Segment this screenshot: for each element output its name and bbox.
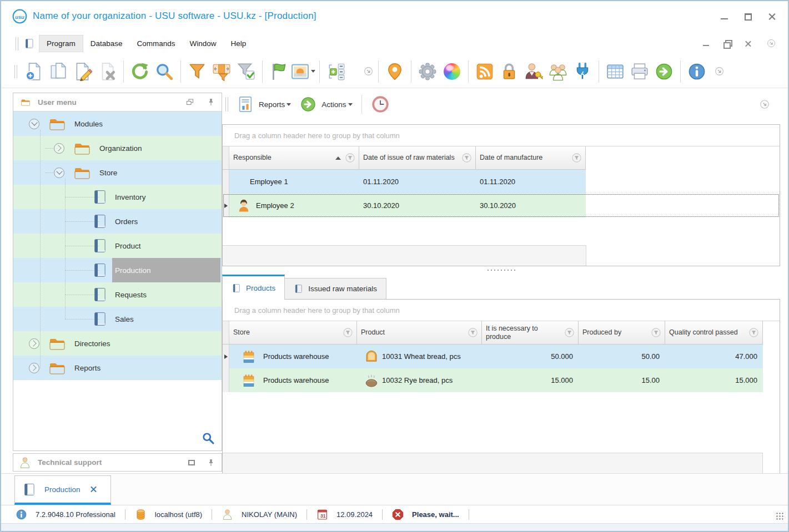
pin-icon[interactable] (206, 458, 216, 467)
scheduler-button[interactable] (366, 93, 399, 116)
flag-button[interactable] (267, 59, 291, 84)
table-row[interactable]: Products warehouse 10032 Rye bread, pcs … (223, 368, 780, 392)
menu-commands[interactable]: Commands (130, 36, 183, 52)
sidebar-item-sales[interactable]: Sales (13, 307, 222, 331)
cell-necessary[interactable]: 15.000 (482, 368, 579, 392)
sidebar-item-orders[interactable]: Orders (13, 209, 222, 234)
column-header-product[interactable]: Product (357, 321, 482, 344)
cell-quality[interactable]: 47.000 (665, 344, 763, 368)
image-dropdown-caret[interactable] (311, 70, 315, 73)
table-export-button[interactable] (603, 59, 627, 84)
cell-product[interactable]: 10032 Rye bread, pcs (357, 368, 482, 392)
edit-record-button[interactable] (71, 59, 95, 84)
maximize-panel-icon[interactable] (188, 460, 195, 465)
column-header-produced-by[interactable]: Produced by (579, 321, 665, 344)
sidebar-item-requests[interactable]: Requests (13, 282, 222, 307)
column-header-necessary-to-produce[interactable]: It is necessary to produce (482, 321, 579, 344)
grid1-group-panel[interactable]: Drag a column header here to group by th… (223, 125, 780, 146)
column-filter-icon[interactable] (651, 328, 661, 337)
cell-date-of-issue[interactable]: 30.10.2020 (359, 194, 476, 217)
cell-date-of-manufacture[interactable]: 01.11.2020 (476, 170, 586, 194)
plugin-button[interactable] (570, 59, 595, 84)
sidebar-item-store[interactable]: Store (13, 160, 222, 185)
column-filter-icon[interactable] (572, 153, 581, 163)
window-close-button[interactable] (768, 13, 776, 21)
document-tab-production[interactable]: Production (14, 475, 111, 505)
sidebar-item-modules[interactable]: Modules (13, 112, 222, 136)
column-filter-icon[interactable] (343, 328, 353, 337)
column-filter-icon[interactable] (462, 153, 471, 163)
filter-settings-button[interactable] (209, 59, 234, 84)
column-filter-icon[interactable] (345, 153, 355, 163)
print-button[interactable] (627, 59, 652, 84)
rss-button[interactable] (473, 59, 497, 84)
column-header-date-of-manufacture[interactable]: Date of manufacture (476, 146, 586, 170)
refresh-button[interactable] (128, 59, 152, 84)
search-button[interactable] (152, 59, 177, 84)
map-pin-button[interactable] (383, 59, 407, 84)
cell-produced-by[interactable]: 50.00 (579, 344, 665, 368)
go-next-button[interactable] (652, 59, 676, 84)
sidebar-item-inventory[interactable]: Inventory (13, 185, 222, 209)
technical-support-panel[interactable]: Technical support (13, 453, 222, 472)
color-theme-button[interactable] (440, 59, 464, 84)
filter-check-button[interactable] (234, 59, 258, 84)
table-row-selected[interactable]: Employee 2 30.10.2020 30.10.2020 (223, 194, 780, 217)
pin-icon[interactable] (206, 98, 216, 107)
column-filter-icon[interactable] (565, 328, 574, 337)
cell-store[interactable]: Products warehouse (229, 344, 357, 368)
grid2-group-panel[interactable]: Drag a column header here to group by th… (223, 300, 780, 321)
resize-grip[interactable] (776, 513, 784, 520)
reports-dropdown-button[interactable]: Reports (233, 94, 295, 115)
horizontal-splitter[interactable] (222, 267, 780, 274)
settings-button[interactable] (415, 59, 440, 84)
mdi-restore-button[interactable] (723, 40, 731, 47)
cell-produced-by[interactable]: 15.00 (579, 368, 665, 392)
cell-date-of-issue[interactable]: 01.11.2020 (359, 170, 476, 194)
mdi-close-button[interactable] (745, 40, 751, 47)
tree-search-icon[interactable] (202, 432, 215, 445)
cell-necessary[interactable]: 50.000 (482, 344, 579, 368)
table-row[interactable]: Employee 1 01.11.2020 01.11.2020 (223, 170, 780, 194)
menu-database[interactable]: Database (83, 36, 130, 52)
user-access-button[interactable] (521, 59, 546, 84)
new-record-button[interactable] (22, 59, 46, 84)
menu-program[interactable]: Program (39, 35, 83, 52)
sidebar-item-production[interactable]: Production (13, 258, 222, 282)
cell-store[interactable]: Products warehouse (229, 368, 357, 392)
cell-quality[interactable]: 15.000 (665, 368, 763, 392)
cell-date-of-manufacture[interactable]: 30.10.2020 (476, 194, 586, 217)
copy-record-button[interactable] (46, 59, 71, 84)
toolbar-overflow-icon-2[interactable] (713, 65, 725, 77)
toolbar-drag-handle[interactable] (14, 65, 17, 78)
menu-window[interactable]: Window (183, 36, 224, 52)
toolbar-overflow-icon[interactable] (363, 65, 374, 77)
lock-button[interactable] (497, 59, 521, 84)
tab-products[interactable]: Products (222, 275, 285, 300)
cell-product[interactable]: 10031 Wheat bread, pcs (357, 344, 482, 368)
expand-icon[interactable] (54, 143, 64, 154)
expand-icon[interactable] (29, 338, 39, 349)
cells-button[interactable] (324, 59, 348, 84)
sidebar-item-directories[interactable]: Directories (13, 331, 222, 356)
subtoolbar-drag-handle[interactable] (225, 97, 228, 112)
table-row[interactable]: Products warehouse 10031 Wheat bread, pc… (223, 344, 780, 368)
column-filter-icon[interactable] (468, 328, 478, 337)
expand-icon[interactable] (29, 363, 39, 373)
column-header-store[interactable]: Store (229, 321, 357, 344)
float-panel-icon[interactable] (185, 98, 195, 107)
menubar-drag-handle[interactable] (16, 37, 18, 50)
sidebar-item-organization[interactable]: Organization (13, 136, 222, 160)
image-button[interactable] (291, 59, 315, 84)
window-maximize-button[interactable] (745, 13, 752, 21)
menu-help[interactable]: Help (224, 36, 254, 52)
delete-record-button[interactable] (95, 59, 119, 84)
cell-responsible[interactable]: Employee 2 (229, 194, 359, 217)
user-groups-button[interactable] (546, 59, 570, 84)
column-header-responsible[interactable]: Responsible (229, 146, 359, 170)
tab-issued-raw-materials[interactable]: Issued raw materials (285, 278, 386, 300)
mdi-minimize-button[interactable] (703, 40, 709, 47)
column-header-date-of-issue[interactable]: Date of issue of raw materials (359, 146, 476, 170)
subtoolbar-overflow-icon[interactable] (758, 98, 771, 110)
cell-responsible[interactable]: Employee 1 (229, 170, 359, 194)
